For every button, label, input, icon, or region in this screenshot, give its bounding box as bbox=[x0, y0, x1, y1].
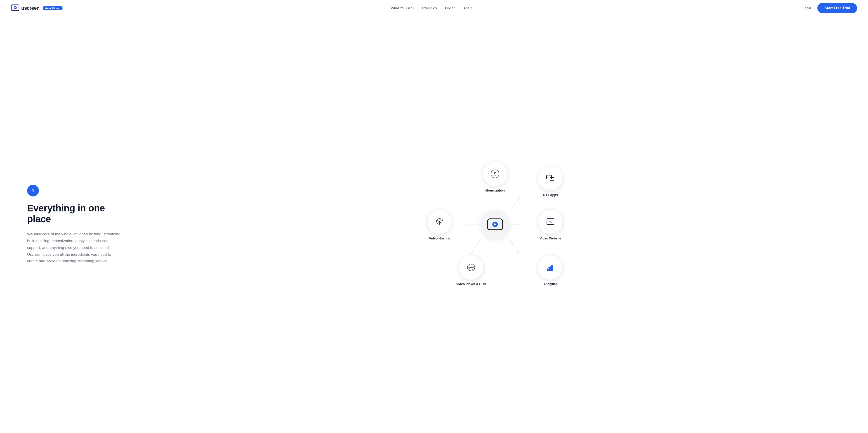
step-badge: 1 bbox=[27, 185, 39, 196]
svg-rect-17 bbox=[547, 219, 554, 224]
node-video-hosting: Video Hosting bbox=[427, 209, 452, 240]
svg-rect-20 bbox=[547, 269, 549, 271]
monetization-icon: $ bbox=[490, 169, 500, 179]
svg-rect-21 bbox=[549, 267, 551, 271]
hiring-badge[interactable]: We're Hiring! bbox=[43, 6, 63, 10]
video-website-label: Video Website bbox=[539, 237, 561, 240]
node-video-website: Video Website bbox=[538, 209, 563, 240]
nav-link-examples[interactable]: Examples bbox=[422, 6, 437, 10]
nav-link-pricing[interactable]: Pricing bbox=[445, 6, 456, 10]
navbar-left: uscreen We're Hiring! bbox=[11, 4, 63, 12]
monetization-circle: $ bbox=[483, 161, 507, 186]
chevron-down-icon-about: ▾ bbox=[473, 7, 474, 9]
video-website-circle bbox=[538, 209, 563, 234]
video-hosting-circle bbox=[427, 209, 452, 234]
nav-link-about[interactable]: About ▾ bbox=[464, 6, 474, 10]
logo-text: uscreen bbox=[21, 5, 39, 11]
chevron-down-icon: ▾ bbox=[413, 7, 414, 9]
ott-apps-circle bbox=[538, 166, 563, 191]
navbar: uscreen We're Hiring! What You Get ▾ Exa… bbox=[0, 0, 868, 16]
ott-apps-label: OTT Apps bbox=[543, 193, 558, 197]
nav-link-what-you-get[interactable]: What You Get ▾ bbox=[391, 6, 414, 10]
video-hosting-icon bbox=[435, 217, 445, 227]
main-content: 1 Everything in one place We take care o… bbox=[0, 16, 868, 433]
video-player-circle bbox=[459, 255, 484, 280]
nav-item-what-you-get[interactable]: What You Get ▾ bbox=[391, 6, 414, 10]
nav-item-about[interactable]: About ▾ bbox=[464, 6, 474, 10]
node-ott-apps: OTT Apps bbox=[538, 166, 563, 197]
logo-icon bbox=[11, 4, 20, 12]
analytics-label: Analytics bbox=[544, 282, 557, 286]
diagram-container: $ Monetization OTT Apps bbox=[423, 161, 567, 288]
start-trial-button[interactable]: Start Free Trial bbox=[817, 3, 857, 13]
svg-text:$: $ bbox=[494, 172, 496, 176]
ott-apps-icon bbox=[546, 174, 555, 183]
node-monetization: $ Monetization bbox=[483, 161, 507, 192]
login-link[interactable]: Login bbox=[803, 6, 811, 10]
video-website-icon bbox=[546, 217, 555, 227]
node-analytics: Analytics bbox=[538, 255, 563, 286]
nav-item-examples[interactable]: Examples bbox=[422, 6, 437, 10]
video-hosting-label: Video Hosting bbox=[429, 237, 450, 240]
uscreen-center-icon bbox=[487, 218, 503, 231]
video-player-label: Video Player & CDN bbox=[456, 282, 486, 286]
svg-line-8 bbox=[510, 240, 520, 255]
svg-line-7 bbox=[470, 240, 480, 255]
node-video-player: Video Player & CDN bbox=[456, 255, 486, 286]
center-logo-circle bbox=[480, 210, 510, 240]
logo[interactable]: uscreen bbox=[11, 4, 39, 12]
page-title: Everything in one place bbox=[27, 203, 122, 225]
navbar-nav: What You Get ▾ Examples Pricing About ▾ bbox=[391, 6, 474, 10]
svg-line-4 bbox=[511, 196, 520, 210]
svg-rect-22 bbox=[551, 266, 553, 271]
video-player-icon bbox=[466, 262, 476, 273]
analytics-icon bbox=[546, 262, 555, 273]
hero-left: 1 Everything in one place We take care o… bbox=[27, 185, 122, 265]
svg-rect-14 bbox=[547, 175, 552, 179]
diagram-section: $ Monetization OTT Apps bbox=[140, 161, 850, 288]
analytics-circle bbox=[538, 255, 563, 280]
navbar-right: Login Start Free Trial bbox=[803, 3, 857, 13]
monetization-label: Monetization bbox=[485, 189, 505, 192]
nav-item-pricing[interactable]: Pricing bbox=[445, 6, 456, 10]
hero-description: We take care of the whole lot: video hos… bbox=[27, 231, 122, 265]
